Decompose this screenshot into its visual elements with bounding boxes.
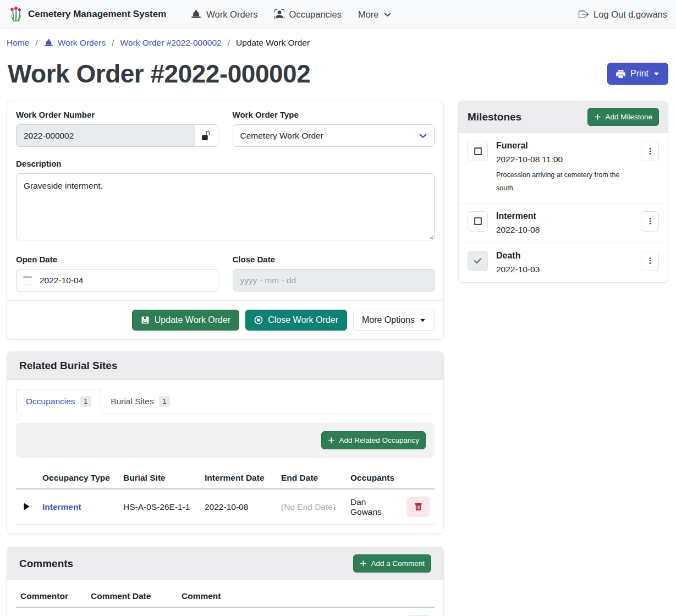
col-commentor: Commentor bbox=[16, 586, 86, 607]
comment-date-cell: 2022-10-07 10:08 bbox=[86, 607, 177, 616]
related-burial-sites-card: Related Burial Sites Occupancies 1 Buria… bbox=[7, 351, 444, 534]
expand-row-button[interactable] bbox=[20, 501, 31, 512]
open-date-input[interactable] bbox=[16, 269, 218, 292]
milestone-date: 2022-10-08 bbox=[496, 225, 633, 235]
breadcrumb-separator: / bbox=[228, 38, 230, 48]
close-work-order-label: Close Work Order bbox=[268, 315, 338, 325]
work-order-number-input bbox=[16, 124, 194, 147]
app-title: Cemetery Management System bbox=[28, 9, 166, 20]
breadcrumb-work-order-number[interactable]: Work Order #2022-000002 bbox=[120, 38, 222, 48]
comment-cell: Family scheduled to be on site at 12:30. bbox=[177, 607, 360, 616]
caret-down-icon bbox=[653, 71, 659, 77]
milestone-name: Death bbox=[496, 251, 633, 261]
milestone-menu-button[interactable] bbox=[641, 251, 659, 271]
milestone-menu-button[interactable] bbox=[641, 211, 659, 232]
nav-work-orders[interactable]: Work Orders bbox=[183, 5, 266, 24]
breadcrumb-current: Update Work Order bbox=[236, 38, 310, 48]
work-order-number-label: Work Order Number bbox=[16, 110, 218, 119]
milestone-item-funeral: Funeral 2022-10-08 11:00 Procession arri… bbox=[459, 133, 668, 204]
related-burial-sites-title: Related Burial Sites bbox=[19, 360, 117, 372]
save-icon bbox=[141, 316, 150, 324]
add-milestone-button[interactable]: Add Milestone bbox=[587, 108, 659, 126]
page-title: Work Order #2022-000002 bbox=[8, 59, 310, 89]
nav-more[interactable]: More bbox=[350, 5, 399, 24]
tab-occupancies[interactable]: Occupancies 1 bbox=[16, 389, 101, 414]
breadcrumb-work-orders[interactable]: Work Orders bbox=[44, 38, 106, 48]
logout-label: Log Out d.gowans bbox=[593, 9, 667, 20]
breadcrumb-home[interactable]: Home bbox=[7, 38, 29, 48]
burial-site-cell: HS-A-0S-26E-1-1 bbox=[119, 489, 200, 525]
unlock-button[interactable] bbox=[194, 124, 218, 147]
kebab-icon bbox=[646, 217, 654, 225]
milestone-menu-button[interactable] bbox=[641, 141, 659, 161]
add-comment-button[interactable]: Add a Comment bbox=[353, 554, 431, 573]
logout-icon bbox=[579, 9, 589, 19]
col-comment: Comment bbox=[177, 586, 360, 607]
end-date-cell: (No End Date) bbox=[277, 489, 346, 525]
square-unchecked-icon bbox=[474, 147, 482, 156]
breadcrumb-work-orders-label: Work Orders bbox=[58, 38, 106, 48]
col-interment-date: Interment Date bbox=[200, 468, 277, 489]
milestone-description: Procession arriving at cemetery from the… bbox=[496, 169, 623, 195]
hardhat-icon bbox=[44, 38, 53, 48]
print-button[interactable]: Print bbox=[607, 63, 668, 85]
add-milestone-label: Add Milestone bbox=[605, 113, 652, 121]
logout-button[interactable]: Log Out d.gowans bbox=[579, 9, 667, 20]
work-order-form-card: Work Order Number bbox=[7, 101, 444, 340]
commentor-cell: d.gowans bbox=[16, 607, 86, 616]
add-comment-label: Add a Comment bbox=[371, 559, 425, 568]
milestone-checkbox[interactable] bbox=[468, 141, 488, 161]
person-bounding-box-icon bbox=[274, 9, 284, 19]
add-related-occupancy-button[interactable]: Add Related Occupancy bbox=[321, 431, 426, 449]
nav-more-label: More bbox=[358, 9, 379, 20]
milestone-checkbox[interactable] bbox=[468, 211, 488, 232]
tab-burial-sites[interactable]: Burial Sites 1 bbox=[101, 389, 179, 414]
occupancies-toolbar: Add Related Occupancy bbox=[16, 423, 435, 458]
plus-icon bbox=[360, 560, 367, 567]
update-work-order-label: Update Work Order bbox=[155, 315, 230, 325]
unlock-icon bbox=[201, 131, 211, 140]
col-occupants: Occupants bbox=[346, 468, 403, 489]
milestone-item-interment: Interment 2022-10-08 bbox=[459, 204, 668, 243]
plus-icon bbox=[328, 437, 335, 444]
work-order-type-select[interactable]: Cemetery Work Order bbox=[233, 124, 435, 147]
open-date-label: Open Date bbox=[16, 255, 218, 264]
occupancies-table: Occupancy Type Burial Site Interment Dat… bbox=[16, 468, 435, 525]
comments-table: Commentor Comment Date Comment d.gowans … bbox=[16, 586, 435, 616]
occupancy-type-link[interactable]: Interment bbox=[42, 502, 81, 512]
comments-title: Comments bbox=[19, 558, 73, 570]
tab-occupancies-count-badge: 1 bbox=[80, 396, 92, 407]
description-label: Description bbox=[16, 159, 435, 168]
more-options-button[interactable]: More Options bbox=[353, 310, 435, 331]
close-date-label: Close Date bbox=[233, 255, 435, 264]
col-end-date: End Date bbox=[277, 468, 346, 489]
plus-icon bbox=[594, 113, 601, 120]
add-related-occupancy-label: Add Related Occupancy bbox=[339, 436, 419, 444]
printer-icon bbox=[616, 69, 625, 79]
work-order-type-label: Work Order Type bbox=[233, 110, 435, 119]
nav-occupancies-label: Occupancies bbox=[289, 9, 342, 20]
update-work-order-button[interactable]: Update Work Order bbox=[132, 310, 239, 331]
breadcrumb-separator: / bbox=[112, 38, 114, 48]
app-brand[interactable]: Cemetery Management System bbox=[9, 7, 166, 22]
occupants-cell: Dan Gowans bbox=[346, 489, 403, 525]
top-navbar: Cemetery Management System Work Orders O… bbox=[0, 0, 676, 29]
tab-burial-sites-count-badge: 1 bbox=[159, 396, 171, 407]
print-label: Print bbox=[630, 69, 648, 79]
milestone-checkbox-checked[interactable] bbox=[468, 251, 488, 271]
chevron-down-icon bbox=[419, 132, 427, 140]
col-comment-date: Comment Date bbox=[86, 586, 177, 607]
more-options-label: More Options bbox=[362, 315, 415, 325]
nav-occupancies[interactable]: Occupancies bbox=[266, 5, 350, 24]
calendar-icon bbox=[23, 276, 32, 284]
nav-work-orders-label: Work Orders bbox=[206, 9, 257, 20]
description-textarea[interactable]: Graveside interment. bbox=[16, 173, 435, 240]
delete-occupancy-button[interactable] bbox=[407, 497, 430, 517]
stop-circle-icon bbox=[254, 316, 263, 324]
kebab-icon bbox=[646, 257, 654, 265]
kebab-icon bbox=[646, 147, 654, 155]
close-work-order-button[interactable]: Close Work Order bbox=[245, 310, 347, 331]
milestones-card: Milestones Add Milestone Funeral 2022-10 bbox=[458, 101, 668, 283]
milestone-date: 2022-10-03 bbox=[496, 265, 633, 274]
square-unchecked-icon bbox=[474, 217, 482, 226]
